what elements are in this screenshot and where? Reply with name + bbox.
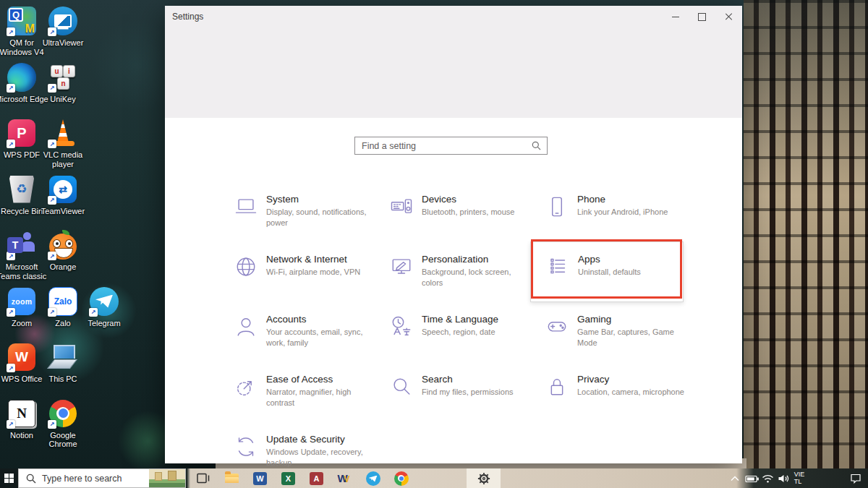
tile-personalization[interactable]: PersonalizationBackground, lock screen, … <box>383 248 538 308</box>
taskbar-search-placeholder: Type here to search <box>42 474 149 484</box>
tile-devices[interactable]: DevicesBluetooth, printers, mouse <box>383 188 538 248</box>
personalization-brush-icon <box>388 254 414 280</box>
taskbar-word[interactable]: W <box>246 468 274 488</box>
tile-title: Search <box>422 374 514 385</box>
tile-subtitle: Windows Update, recovery, backup <box>266 447 376 468</box>
taskbar-access[interactable]: A <box>302 468 331 488</box>
desktop-icon-telegram[interactable]: Telegram <box>83 286 125 328</box>
tray-wifi-icon[interactable] <box>760 468 775 488</box>
desktop-icon-vlc[interactable]: VLC media player <box>42 118 84 168</box>
gear-icon <box>477 472 490 485</box>
minimize-button[interactable] <box>662 6 689 27</box>
desktop-icon-teamviewer[interactable]: ⇄TeamViewer <box>42 174 84 216</box>
task-view-button[interactable] <box>192 468 214 488</box>
vlc-app-icon <box>48 118 78 148</box>
desktop-icon-qm[interactable]: QMQM for Windows V4 <box>1 6 43 56</box>
shortcut-arrow-icon <box>7 27 15 36</box>
system-laptop-icon <box>233 194 259 220</box>
action-center-icon <box>850 473 861 484</box>
access-icon: A <box>310 472 323 485</box>
zalo-app-icon: Zalo <box>48 286 78 317</box>
desktop-icon-label: UniKey <box>35 95 90 104</box>
tile-title: Update & Security <box>266 434 376 445</box>
tile-subtitle: Location, camera, microphone <box>577 387 684 398</box>
tile-phone[interactable]: PhoneLink your Android, iPhone <box>538 188 694 248</box>
taskbar-chrome[interactable] <box>387 468 415 488</box>
privacy-lock-icon <box>544 374 570 400</box>
ultraviewer-app-icon <box>48 6 78 36</box>
shortcut-arrow-icon <box>7 308 15 317</box>
tray-battery-icon[interactable] <box>744 468 761 488</box>
tile-network-and-internet[interactable]: Network & InternetWi-Fi, airplane mode, … <box>227 248 383 308</box>
tray-language-indicator[interactable]: VIE TL <box>790 468 809 488</box>
desktop-icon-label: VLC media player <box>35 150 90 168</box>
maximize-button[interactable] <box>689 6 715 27</box>
start-button[interactable] <box>0 468 18 488</box>
tile-subtitle: Game Bar, captures, Game Mode <box>577 327 687 348</box>
qm-app-icon: QM <box>7 6 37 36</box>
taskbar-settings[interactable] <box>467 468 501 488</box>
shortcut-arrow-icon <box>48 420 56 429</box>
tile-subtitle: Wi-Fi, airplane mode, VPN <box>266 267 360 278</box>
shortcut-arrow-icon <box>48 84 56 93</box>
action-center-button[interactable] <box>846 468 865 488</box>
word-icon: W <box>253 472 267 485</box>
recycle-bin-icon: ♻ <box>7 174 37 205</box>
tile-system[interactable]: SystemDisplay, sound, notifications, pow… <box>227 188 383 248</box>
tile-accounts[interactable]: AccountsYour accounts, email, sync, work… <box>227 308 383 368</box>
window-controls <box>662 6 742 27</box>
tile-search[interactable]: SearchFind my files, permissions <box>383 368 538 428</box>
close-button[interactable] <box>715 6 742 27</box>
taskbar: Type here to search WXAWV VIE <box>0 468 868 488</box>
zoom-app-icon: zoom <box>7 286 37 317</box>
tile-time-and-language[interactable]: Time & LanguageSpeech, region, date <box>383 308 538 368</box>
desktop-icon-thispc[interactable]: This PC <box>42 342 84 384</box>
tile-subtitle: Background, lock screen, colors <box>422 267 532 288</box>
tile-privacy[interactable]: PrivacyLocation, camera, microphone <box>538 368 694 428</box>
microsoft-teams-app-icon: T <box>7 230 37 260</box>
desktop-icon-ultraviewer[interactable]: UltraViewer <box>42 6 84 48</box>
shortcut-arrow-icon <box>7 420 15 429</box>
tile-subtitle: Display, sound, notifications, power <box>266 207 376 228</box>
tile-subtitle: Link your Android, iPhone <box>577 207 668 218</box>
tile-title: Network & Internet <box>266 254 360 265</box>
desktop-icon-unikey[interactable]: uinUniKey <box>42 62 84 104</box>
tile-apps[interactable]: AppsUninstall, defaults <box>530 241 684 302</box>
update-security-arrows-icon <box>233 434 259 460</box>
desktop-icon-label: Orange <box>35 262 90 272</box>
taskbar-w-office[interactable]: WV <box>331 468 359 488</box>
gaming-gamepad-icon <box>544 314 570 340</box>
taskbar-search[interactable]: Type here to search <box>18 468 186 488</box>
teamviewer-app-icon: ⇄ <box>48 174 78 205</box>
notion-app-icon: N <box>7 398 37 429</box>
shortcut-arrow-icon <box>7 84 15 93</box>
network-globe-icon <box>233 254 259 280</box>
search-icon <box>26 474 36 484</box>
settings-tiles-grid: SystemDisplay, sound, notifications, pow… <box>227 188 694 488</box>
tile-ease-of-access[interactable]: Ease of AccessNarrator, magnifier, high … <box>227 368 383 428</box>
desktop-icon-label: Telegram <box>77 319 132 328</box>
find-a-setting-input[interactable] <box>355 141 532 151</box>
tray-chevron-up-icon[interactable] <box>728 468 742 488</box>
desktop-icon-teams[interactable]: TMicrosoft Teams classic <box>1 230 43 281</box>
taskbar-file-explorer[interactable] <box>218 468 246 488</box>
time-language-clock-icon <box>388 314 414 340</box>
shortcut-arrow-icon <box>7 364 15 372</box>
taskbar-telegram[interactable] <box>359 468 387 488</box>
orange-app-icon <box>48 230 78 260</box>
phone-icon <box>544 194 570 220</box>
tile-subtitle: Your accounts, email, sync, work, family <box>266 327 376 348</box>
tray-volume-icon[interactable] <box>775 468 791 488</box>
taskbar-excel[interactable]: X <box>274 468 302 488</box>
windows-logo-icon <box>4 474 14 483</box>
search-highlight-image[interactable] <box>149 469 185 487</box>
window-title: Settings <box>172 12 203 22</box>
microsoft-edge-app-icon <box>7 62 37 93</box>
tile-gaming[interactable]: GamingGame Bar, captures, Game Mode <box>538 308 694 368</box>
desktop-icon-orange[interactable]: Orange <box>42 230 84 272</box>
desktop-icon-chrome[interactable]: Google Chrome <box>42 398 84 449</box>
telegram-app-icon <box>89 286 119 317</box>
tile-title: Privacy <box>577 374 684 385</box>
system-tray: VIE TL <box>723 468 868 488</box>
tile-subtitle: Speech, region, date <box>422 327 498 338</box>
